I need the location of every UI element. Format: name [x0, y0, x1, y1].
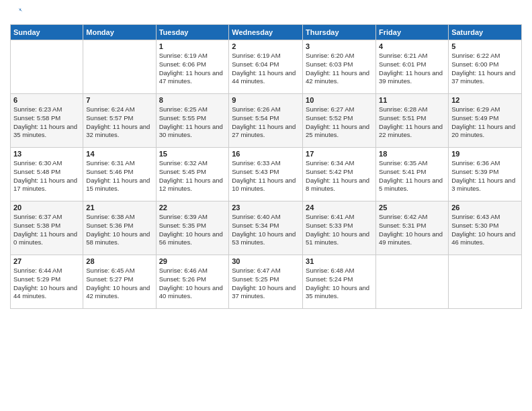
weekday-header: Thursday: [303, 25, 376, 40]
calendar-day-cell: 4Sunrise: 6:21 AM Sunset: 6:01 PM Daylig…: [376, 40, 449, 94]
calendar-day-cell: 3Sunrise: 6:20 AM Sunset: 6:03 PM Daylig…: [303, 40, 376, 94]
day-info: Sunrise: 6:40 AM Sunset: 5:34 PM Dayligh…: [232, 213, 300, 247]
calendar-day-cell: 19Sunrise: 6:36 AM Sunset: 5:39 PM Dayli…: [449, 148, 522, 201]
weekday-header: Wednesday: [229, 25, 303, 40]
logo-bird-icon: [11, 7, 24, 19]
calendar-day-cell: 6Sunrise: 6:23 AM Sunset: 5:58 PM Daylig…: [11, 94, 83, 148]
day-number: 26: [451, 203, 519, 212]
day-number: 24: [306, 203, 373, 212]
day-info: Sunrise: 6:33 AM Sunset: 5:43 PM Dayligh…: [232, 159, 300, 193]
day-info: Sunrise: 6:41 AM Sunset: 5:33 PM Dayligh…: [306, 213, 373, 247]
day-info: Sunrise: 6:45 AM Sunset: 5:27 PM Dayligh…: [86, 267, 152, 301]
calendar-header-row: SundayMondayTuesdayWednesdayThursdayFrid…: [11, 25, 522, 40]
day-number: 21: [86, 203, 152, 212]
logo: [10, 7, 24, 19]
day-info: Sunrise: 6:23 AM Sunset: 5:58 PM Dayligh…: [13, 105, 80, 140]
calendar-day-cell: 10Sunrise: 6:27 AM Sunset: 5:52 PM Dayli…: [303, 94, 376, 148]
calendar-day-cell: [449, 255, 522, 309]
day-info: Sunrise: 6:20 AM Sunset: 6:03 PM Dayligh…: [306, 52, 373, 86]
day-info: Sunrise: 6:48 AM Sunset: 5:24 PM Dayligh…: [306, 267, 373, 301]
day-info: Sunrise: 6:35 AM Sunset: 5:41 PM Dayligh…: [379, 159, 445, 193]
day-number: 19: [451, 150, 519, 158]
calendar-day-cell: 27Sunrise: 6:44 AM Sunset: 5:29 PM Dayli…: [11, 255, 83, 309]
day-info: Sunrise: 6:46 AM Sunset: 5:26 PM Dayligh…: [159, 267, 226, 301]
calendar-day-cell: 8Sunrise: 6:25 AM Sunset: 5:55 PM Daylig…: [156, 94, 229, 148]
calendar-day-cell: 2Sunrise: 6:19 AM Sunset: 6:04 PM Daylig…: [229, 40, 303, 94]
calendar-day-cell: 9Sunrise: 6:26 AM Sunset: 5:54 PM Daylig…: [229, 94, 303, 148]
weekday-header: Saturday: [449, 25, 522, 40]
day-info: Sunrise: 6:42 AM Sunset: 5:31 PM Dayligh…: [379, 213, 445, 247]
calendar-day-cell: [11, 40, 83, 94]
day-number: 31: [306, 257, 373, 265]
calendar-week-row: 27Sunrise: 6:44 AM Sunset: 5:29 PM Dayli…: [11, 255, 522, 309]
day-number: 10: [306, 96, 373, 104]
day-info: Sunrise: 6:43 AM Sunset: 5:30 PM Dayligh…: [451, 213, 519, 247]
day-number: 13: [13, 150, 80, 158]
day-number: 2: [232, 42, 300, 50]
day-info: Sunrise: 6:29 AM Sunset: 5:49 PM Dayligh…: [451, 105, 519, 140]
day-number: 7: [86, 96, 152, 104]
day-info: Sunrise: 6:47 AM Sunset: 5:25 PM Dayligh…: [232, 267, 300, 301]
calendar-day-cell: 28Sunrise: 6:45 AM Sunset: 5:27 PM Dayli…: [83, 255, 156, 309]
day-number: 8: [159, 96, 226, 104]
calendar-day-cell: 17Sunrise: 6:34 AM Sunset: 5:42 PM Dayli…: [303, 148, 376, 201]
calendar-week-row: 1Sunrise: 6:19 AM Sunset: 6:06 PM Daylig…: [11, 40, 522, 94]
calendar-day-cell: 22Sunrise: 6:39 AM Sunset: 5:35 PM Dayli…: [156, 201, 229, 255]
day-info: Sunrise: 6:19 AM Sunset: 6:06 PM Dayligh…: [159, 52, 226, 86]
day-info: Sunrise: 6:44 AM Sunset: 5:29 PM Dayligh…: [13, 267, 80, 301]
day-number: 27: [13, 257, 80, 265]
calendar-day-cell: 16Sunrise: 6:33 AM Sunset: 5:43 PM Dayli…: [229, 148, 303, 201]
calendar-day-cell: 30Sunrise: 6:47 AM Sunset: 5:25 PM Dayli…: [229, 255, 303, 309]
header: [10, 7, 522, 19]
day-info: Sunrise: 6:25 AM Sunset: 5:55 PM Dayligh…: [159, 105, 226, 140]
calendar-day-cell: [376, 255, 449, 309]
calendar-day-cell: 21Sunrise: 6:38 AM Sunset: 5:36 PM Dayli…: [83, 201, 156, 255]
day-info: Sunrise: 6:34 AM Sunset: 5:42 PM Dayligh…: [306, 159, 373, 193]
day-info: Sunrise: 6:22 AM Sunset: 6:00 PM Dayligh…: [451, 52, 519, 86]
day-number: 25: [379, 203, 445, 212]
calendar-day-cell: 26Sunrise: 6:43 AM Sunset: 5:30 PM Dayli…: [449, 201, 522, 255]
page: SundayMondayTuesdayWednesdayThursdayFrid…: [0, 0, 532, 411]
day-number: 3: [306, 42, 373, 50]
day-info: Sunrise: 6:32 AM Sunset: 5:45 PM Dayligh…: [159, 159, 226, 193]
weekday-header: Monday: [83, 25, 156, 40]
day-number: 1: [159, 42, 226, 50]
day-number: 29: [159, 257, 226, 265]
day-number: 4: [379, 42, 445, 50]
day-info: Sunrise: 6:19 AM Sunset: 6:04 PM Dayligh…: [232, 52, 300, 86]
day-info: Sunrise: 6:37 AM Sunset: 5:38 PM Dayligh…: [13, 213, 80, 247]
calendar-day-cell: 20Sunrise: 6:37 AM Sunset: 5:38 PM Dayli…: [11, 201, 83, 255]
day-number: 20: [13, 203, 80, 212]
day-number: 22: [159, 203, 226, 212]
calendar-day-cell: 1Sunrise: 6:19 AM Sunset: 6:06 PM Daylig…: [156, 40, 229, 94]
calendar-day-cell: 14Sunrise: 6:31 AM Sunset: 5:46 PM Dayli…: [83, 148, 156, 201]
calendar-day-cell: 7Sunrise: 6:24 AM Sunset: 5:57 PM Daylig…: [83, 94, 156, 148]
calendar-day-cell: 5Sunrise: 6:22 AM Sunset: 6:00 PM Daylig…: [449, 40, 522, 94]
day-number: 18: [379, 150, 445, 158]
day-info: Sunrise: 6:26 AM Sunset: 5:54 PM Dayligh…: [232, 105, 300, 140]
day-number: 14: [86, 150, 152, 158]
day-info: Sunrise: 6:24 AM Sunset: 5:57 PM Dayligh…: [86, 105, 152, 140]
day-number: 12: [451, 96, 519, 104]
day-info: Sunrise: 6:21 AM Sunset: 6:01 PM Dayligh…: [379, 52, 445, 86]
day-info: Sunrise: 6:28 AM Sunset: 5:51 PM Dayligh…: [379, 105, 445, 140]
day-info: Sunrise: 6:39 AM Sunset: 5:35 PM Dayligh…: [159, 213, 226, 247]
calendar-day-cell: 18Sunrise: 6:35 AM Sunset: 5:41 PM Dayli…: [376, 148, 449, 201]
day-info: Sunrise: 6:30 AM Sunset: 5:48 PM Dayligh…: [13, 159, 80, 193]
calendar-week-row: 6Sunrise: 6:23 AM Sunset: 5:58 PM Daylig…: [11, 94, 522, 148]
day-number: 11: [379, 96, 445, 104]
calendar-week-row: 20Sunrise: 6:37 AM Sunset: 5:38 PM Dayli…: [11, 201, 522, 255]
day-number: 17: [306, 150, 373, 158]
day-number: 15: [159, 150, 226, 158]
day-number: 9: [232, 96, 300, 104]
weekday-header: Friday: [376, 25, 449, 40]
calendar-week-row: 13Sunrise: 6:30 AM Sunset: 5:48 PM Dayli…: [11, 148, 522, 201]
day-info: Sunrise: 6:36 AM Sunset: 5:39 PM Dayligh…: [451, 159, 519, 193]
day-info: Sunrise: 6:38 AM Sunset: 5:36 PM Dayligh…: [86, 213, 152, 247]
calendar-day-cell: 24Sunrise: 6:41 AM Sunset: 5:33 PM Dayli…: [303, 201, 376, 255]
day-number: 28: [86, 257, 152, 265]
weekday-header: Tuesday: [156, 25, 229, 40]
day-info: Sunrise: 6:27 AM Sunset: 5:52 PM Dayligh…: [306, 105, 373, 140]
day-number: 23: [232, 203, 300, 212]
calendar-day-cell: [83, 40, 156, 94]
